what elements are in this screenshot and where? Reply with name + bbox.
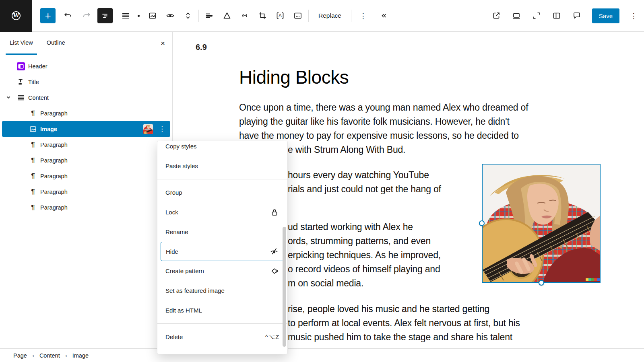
- menu-item-edit-as-html[interactable]: Edit as HTML: [157, 300, 287, 320]
- wordpress-logo-icon: W: [11, 11, 21, 21]
- listview-row-title[interactable]: Title: [0, 74, 172, 90]
- selected-image-block[interactable]: [482, 164, 601, 283]
- redo-icon: [81, 11, 91, 21]
- duotone-filter-button[interactable]: [222, 11, 232, 21]
- more-options-button[interactable]: ⋮: [630, 11, 638, 21]
- resize-handle-bottom[interactable]: [539, 280, 544, 286]
- menu-item-hide[interactable]: Hide: [161, 242, 284, 261]
- eye-slash-icon: [269, 247, 279, 256]
- image-block-icon: [148, 11, 157, 21]
- content-block-icon: [16, 93, 26, 103]
- menu-item-delete[interactable]: Delete ^⌥Z: [157, 327, 287, 347]
- device-preview-button[interactable]: [512, 11, 521, 21]
- paragraph-icon: ¶: [28, 203, 38, 212]
- drag-handle-dot-icon[interactable]: [138, 15, 140, 17]
- settings-sidebar-button[interactable]: [552, 11, 561, 21]
- block-options-menu: Copy styles Paste styles Group Lock Rena…: [157, 141, 288, 354]
- listview-row-image-selected[interactable]: Image ⋮: [2, 121, 170, 137]
- row-label: Paragraph: [40, 189, 68, 195]
- listview-row-paragraph[interactable]: ¶ Paragraph: [0, 184, 172, 200]
- block-mover-buttons[interactable]: [183, 11, 193, 21]
- row-label: Image: [40, 126, 57, 132]
- row-label: Title: [28, 79, 39, 85]
- row-label: Paragraph: [40, 173, 68, 179]
- caption-button[interactable]: [293, 11, 303, 21]
- block-options-button[interactable]: ⋮: [359, 11, 367, 21]
- parent-block-button[interactable]: [121, 11, 130, 21]
- list-view-header: List View Outline ×: [0, 32, 172, 55]
- crop-icon: [258, 11, 267, 21]
- listview-row-paragraph[interactable]: ¶ Paragraph: [0, 137, 172, 152]
- link-button[interactable]: [240, 11, 250, 21]
- comments-button[interactable]: [572, 11, 582, 21]
- breadcrumb-content[interactable]: Content: [39, 352, 60, 359]
- image-block-type-button[interactable]: [148, 11, 157, 21]
- listview-row-paragraph[interactable]: ¶ Paragraph: [0, 152, 172, 168]
- fullscreen-button[interactable]: [532, 11, 541, 21]
- chevron-down-icon[interactable]: [4, 93, 13, 102]
- paragraph-icon: ¶: [28, 109, 38, 118]
- toolbar-separator: [373, 10, 373, 22]
- undo-button[interactable]: [64, 11, 73, 21]
- wordpress-logo[interactable]: W: [0, 0, 32, 32]
- menu-scrollbar[interactable]: [283, 227, 286, 347]
- duotone-triangle-icon: [222, 11, 232, 21]
- caption-icon: [293, 11, 303, 21]
- row-label: Paragraph: [40, 110, 68, 117]
- toolbar-separator: [351, 10, 351, 22]
- text-over-image-button[interactable]: A: [275, 11, 285, 21]
- sidebar-panel-icon: [552, 11, 561, 21]
- external-link-icon: [491, 11, 501, 21]
- svg-text:W: W: [12, 12, 19, 19]
- expand-icon: [532, 11, 541, 21]
- text-line: Once upon a time, there was a young man …: [239, 101, 528, 115]
- close-sidebar-button[interactable]: ×: [161, 39, 165, 48]
- guitar-photo: [483, 165, 600, 282]
- comment-icon: [572, 11, 582, 21]
- section-number: 6.9: [196, 43, 207, 52]
- listview-row-paragraph[interactable]: ¶ Paragraph: [0, 168, 172, 184]
- paragraph-icon: ¶: [28, 187, 38, 197]
- list-view-sidebar: List View Outline × Header Title: [0, 32, 173, 348]
- menu-item-create-pattern[interactable]: Create pattern: [157, 261, 287, 281]
- listview-row-content[interactable]: Content: [0, 90, 172, 105]
- paragraph-icon: ¶: [28, 140, 38, 150]
- menu-item-group[interactable]: Group: [157, 183, 287, 202]
- menu-item-rename[interactable]: Rename: [157, 222, 287, 242]
- tab-list-view[interactable]: List View: [6, 32, 37, 55]
- menu-item-lock[interactable]: Lock: [157, 202, 287, 222]
- listview-row-paragraph[interactable]: ¶ Paragraph: [0, 105, 172, 121]
- eye-icon: [165, 11, 175, 21]
- listview-row-paragraph[interactable]: ¶ Paragraph: [0, 200, 172, 215]
- collapse-toolbar-button[interactable]: [379, 11, 388, 21]
- breadcrumb-separator-icon: ›: [65, 352, 67, 359]
- mover-chevrons-icon: [183, 11, 193, 21]
- row-options-button[interactable]: ⋮: [159, 125, 165, 133]
- visibility-button[interactable]: [165, 11, 175, 21]
- save-button[interactable]: Save: [592, 8, 619, 23]
- image-thumbnail: [143, 124, 153, 134]
- page-title[interactable]: Hiding Blocks: [239, 66, 349, 88]
- listview-row-header[interactable]: Header: [0, 58, 172, 74]
- justify-lines-icon: [121, 11, 130, 21]
- text-line: playing the guitar like his favorite fol…: [239, 115, 528, 129]
- list-view-toggle-button[interactable]: [97, 8, 113, 23]
- menu-item-set-featured-image[interactable]: Set as featured image: [157, 281, 287, 300]
- menu-item-copy-styles[interactable]: Copy styles: [157, 141, 287, 156]
- header-block-icon: [16, 62, 26, 71]
- title-block-icon: [16, 77, 26, 87]
- resize-handle-left[interactable]: [479, 220, 485, 226]
- menu-item-paste-styles[interactable]: Paste styles: [157, 156, 287, 176]
- crop-button[interactable]: [258, 11, 267, 21]
- replace-button[interactable]: Replace: [314, 9, 345, 23]
- row-label: Content: [28, 95, 49, 101]
- tab-outline[interactable]: Outline: [43, 32, 69, 55]
- align-button[interactable]: [204, 11, 214, 21]
- breadcrumb-page[interactable]: Page: [13, 352, 27, 359]
- delete-shortcut: ^⌥Z: [265, 334, 279, 340]
- block-inserter-button[interactable]: +: [40, 8, 56, 23]
- image-block-icon: [28, 124, 38, 134]
- redo-button[interactable]: [81, 11, 91, 21]
- preview-external-button[interactable]: [491, 11, 501, 21]
- paragraph-icon: ¶: [28, 156, 38, 165]
